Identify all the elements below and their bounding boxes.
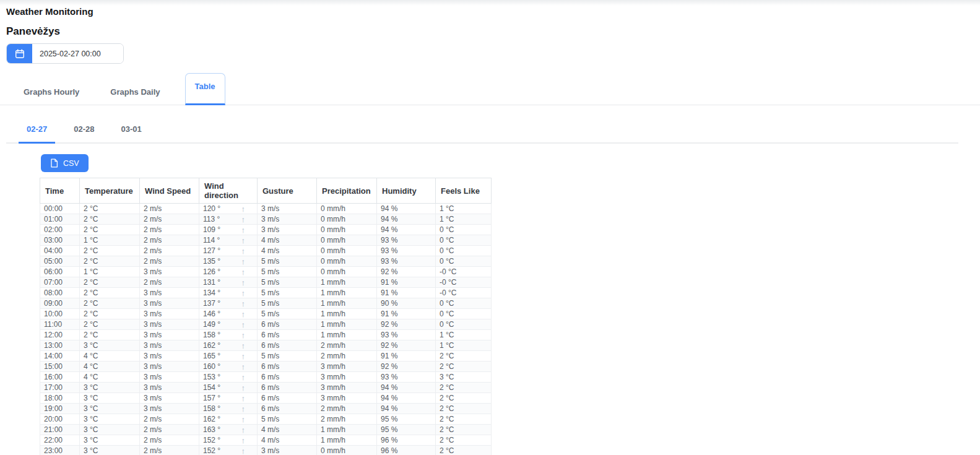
arrow-up-icon: ↑ xyxy=(241,405,254,413)
cell-humidity: 94 % xyxy=(377,204,436,214)
cell-gusture: 6 m/s xyxy=(258,372,317,383)
wind-direction-value: 131 ° xyxy=(203,278,220,287)
page-top-fade xyxy=(0,0,980,6)
wind-direction-value: 158 ° xyxy=(203,404,220,413)
cell-temperature: 3 °C xyxy=(80,446,140,455)
column-header-feels-like: Feels Like xyxy=(436,178,492,204)
table-row: 02:002 °C2 m/s109 °↑3 m/s0 mm/h94 %0 °C xyxy=(40,225,492,235)
arrow-up-icon: ↑ xyxy=(241,394,254,402)
cell-feels-like: 1 °C xyxy=(436,214,492,225)
cell-temperature: 3 °C xyxy=(80,404,140,414)
cell-wind-speed: 3 m/s xyxy=(140,362,199,372)
wind-direction-cell: 162 °↑ xyxy=(199,340,258,351)
wind-direction-cell: 131 °↑ xyxy=(199,277,258,288)
wind-direction-value: 109 ° xyxy=(203,225,220,234)
cell-wind-speed: 2 m/s xyxy=(140,435,199,446)
cell-time: 04:00 xyxy=(40,246,80,256)
day-tab-02-28[interactable]: 02-28 xyxy=(66,124,102,142)
wind-direction-value: 165 ° xyxy=(203,352,220,360)
wind-direction-value: 154 ° xyxy=(203,383,220,392)
cell-gusture: 6 m/s xyxy=(258,404,317,414)
table-row: 22:003 °C2 m/s152 °↑4 m/s1 mm/h96 %2 °C xyxy=(40,435,492,446)
cell-time: 01:00 xyxy=(40,214,80,225)
wind-direction-value: 149 ° xyxy=(203,320,220,329)
wind-direction-cell: 137 °↑ xyxy=(199,298,258,309)
cell-feels-like: 0 °C xyxy=(436,225,492,235)
cell-humidity: 94 % xyxy=(377,393,436,404)
day-tab-03-01[interactable]: 03-01 xyxy=(113,124,150,142)
cell-precipitation: 1 mm/h xyxy=(317,330,377,340)
main-tabs: Graphs Hourly Graphs Daily Table xyxy=(0,73,980,105)
arrow-up-icon: ↑ xyxy=(241,247,254,255)
cell-gusture: 6 m/s xyxy=(258,383,317,393)
column-header-wind-speed: Wind Speed xyxy=(140,178,199,204)
arrow-up-icon: ↑ xyxy=(241,205,254,213)
cell-gusture: 4 m/s xyxy=(258,425,317,435)
cell-gusture: 5 m/s xyxy=(258,288,317,298)
cell-wind-speed: 2 m/s xyxy=(140,246,199,256)
cell-gusture: 6 m/s xyxy=(258,319,317,330)
wind-direction-cell: 165 °↑ xyxy=(199,351,258,362)
tab-table[interactable]: Table xyxy=(185,73,225,105)
calendar-button[interactable] xyxy=(7,44,32,63)
table-row: 19:003 °C3 m/s158 °↑6 m/s2 mm/h94 %2 °C xyxy=(40,404,492,414)
arrow-up-icon: ↑ xyxy=(241,300,254,308)
cell-temperature: 3 °C xyxy=(80,383,140,393)
table-row: 14:004 °C3 m/s165 °↑5 m/s2 mm/h91 %2 °C xyxy=(40,351,492,362)
cell-precipitation: 2 mm/h xyxy=(317,340,377,351)
cell-temperature: 1 °C xyxy=(80,235,140,246)
wind-direction-value: 126 ° xyxy=(203,267,220,276)
tab-graphs-daily[interactable]: Graphs Daily xyxy=(104,79,166,105)
cell-time: 21:00 xyxy=(40,425,80,435)
wind-direction-cell: 113 °↑ xyxy=(199,214,258,225)
cell-temperature: 2 °C xyxy=(80,204,140,214)
cell-humidity: 94 % xyxy=(377,404,436,414)
table-row: 01:002 °C2 m/s113 °↑3 m/s0 mm/h94 %1 °C xyxy=(40,214,492,225)
cell-feels-like: 1 °C xyxy=(436,340,492,351)
arrow-up-icon: ↑ xyxy=(241,268,254,276)
wind-direction-cell: 152 °↑ xyxy=(199,446,258,455)
cell-wind-speed: 2 m/s xyxy=(140,414,199,425)
table-row: 18:003 °C3 m/s157 °↑6 m/s3 mm/h94 %2 °C xyxy=(40,393,492,404)
cell-gusture: 4 m/s xyxy=(258,246,317,256)
cell-temperature: 3 °C xyxy=(80,425,140,435)
cell-feels-like: 0 °C xyxy=(436,298,492,309)
day-tab-02-27[interactable]: 02-27 xyxy=(19,124,55,144)
csv-button-label: CSV xyxy=(63,159,79,168)
csv-button[interactable]: CSV xyxy=(41,154,89,172)
table-row: 04:002 °C2 m/s127 °↑4 m/s0 mm/h93 %0 °C xyxy=(40,246,492,256)
cell-gusture: 3 m/s xyxy=(258,225,317,235)
column-header-wind-direction: Wind direction xyxy=(199,178,258,204)
wind-direction-cell: 158 °↑ xyxy=(199,330,258,340)
datetime-input[interactable] xyxy=(32,44,123,63)
cell-time: 13:00 xyxy=(40,340,80,351)
wind-direction-cell: 157 °↑ xyxy=(199,393,258,404)
cell-time: 14:00 xyxy=(40,351,80,362)
cell-wind-speed: 3 m/s xyxy=(140,267,199,277)
cell-wind-speed: 2 m/s xyxy=(140,204,199,214)
wind-direction-value: 137 ° xyxy=(203,299,220,308)
cell-temperature: 2 °C xyxy=(80,277,140,288)
cell-time: 16:00 xyxy=(40,372,80,383)
cell-temperature: 3 °C xyxy=(80,340,140,351)
column-header-gusture: Gusture xyxy=(258,178,317,204)
column-header-humidity: Humidity xyxy=(377,178,436,204)
cell-feels-like: -0 °C xyxy=(436,288,492,298)
cell-humidity: 92 % xyxy=(377,362,436,372)
wind-direction-value: 152 ° xyxy=(203,446,220,455)
cell-humidity: 94 % xyxy=(377,225,436,235)
cell-feels-like: 2 °C xyxy=(436,351,492,362)
wind-direction-cell: 158 °↑ xyxy=(199,404,258,414)
cell-temperature: 1 °C xyxy=(80,267,140,277)
cell-humidity: 96 % xyxy=(377,435,436,446)
cell-feels-like: 2 °C xyxy=(436,383,492,393)
arrow-up-icon: ↑ xyxy=(241,436,254,444)
wind-direction-value: 158 ° xyxy=(203,331,220,339)
wind-direction-cell: 162 °↑ xyxy=(199,414,258,425)
cell-precipitation: 2 mm/h xyxy=(317,414,377,425)
cell-precipitation: 0 mm/h xyxy=(317,235,377,246)
table-row: 09:002 °C3 m/s137 °↑5 m/s1 mm/h90 %0 °C xyxy=(40,298,492,309)
cell-precipitation: 1 mm/h xyxy=(317,309,377,319)
tab-graphs-hourly[interactable]: Graphs Hourly xyxy=(17,79,85,105)
cell-feels-like: 2 °C xyxy=(436,446,492,455)
